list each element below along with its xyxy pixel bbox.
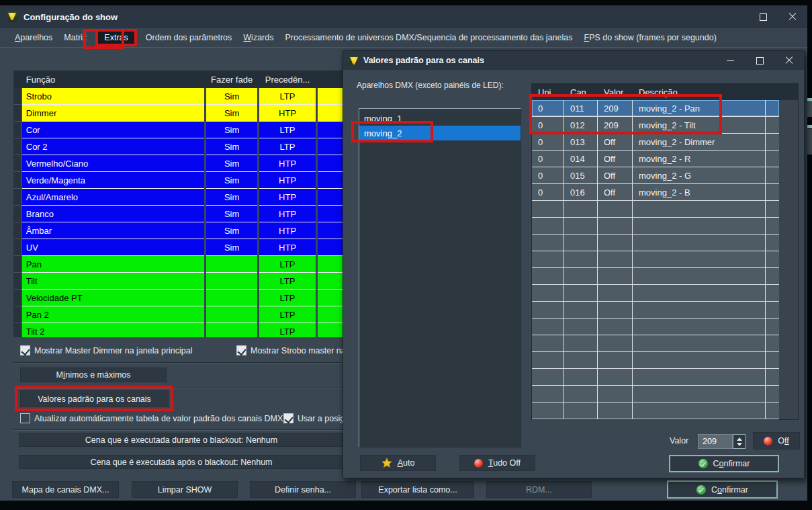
table-row[interactable]: Azul/AmareloSimHTP <box>14 189 344 206</box>
minimos-maximos-button[interactable]: Mínimos e máximos <box>20 368 167 382</box>
tab-ordem-parametros[interactable]: Ordem dos parâmetros <box>146 30 232 45</box>
table-row[interactable]: Verde/MagentaSimHTP <box>14 172 344 189</box>
channel-row-empty[interactable] <box>532 402 779 419</box>
table-row[interactable]: StroboSimLTP <box>14 88 344 105</box>
screen: Configuração do show Aparelhos Matriz Ex… <box>0 0 812 510</box>
dialog-confirmar-button[interactable]: Confirmar <box>669 455 779 472</box>
column-header-can[interactable]: Can <box>564 84 598 100</box>
checkbox-atualizar-automaticamente[interactable]: Atualizar automáticamente tabela de valo… <box>20 413 283 423</box>
valor-label: Valor <box>670 436 688 445</box>
channel-row-empty[interactable] <box>532 335 779 352</box>
channel-table-header[interactable]: Uni Can Valor Descrição <box>532 84 798 100</box>
list-item-moving-1[interactable]: moving_1 <box>359 111 521 126</box>
main-titlebar[interactable]: Configuração do show <box>0 5 807 28</box>
checkbox-icon <box>283 413 294 423</box>
devices-label: Aparelhos DMX (exceto painéis de LED): <box>357 81 504 90</box>
limpar-show-button[interactable]: Limpar SHOW <box>132 481 238 498</box>
divider <box>13 429 344 431</box>
rdm-button[interactable]: RDM... <box>486 481 592 498</box>
spinner-down-icon[interactable] <box>737 443 742 446</box>
exportar-lista-button[interactable]: Exportar lista como... <box>361 481 474 498</box>
checkbox-strobo-master[interactable]: Mostrar Strobo master na ja <box>236 345 355 355</box>
main-confirmar-button[interactable]: Confirmar <box>667 480 778 499</box>
channel-row[interactable]: 0011209moving_2 - Pan <box>532 100 779 117</box>
function-table: Função Fazer fade Precedên... StroboSimL… <box>13 71 344 337</box>
maximize-icon <box>756 57 764 65</box>
channel-row-empty[interactable] <box>532 386 779 402</box>
channel-row-empty[interactable] <box>532 218 779 235</box>
channel-row-empty[interactable] <box>532 302 779 318</box>
channel-table: Uni Can Valor Descrição 0011209moving_2 … <box>531 83 799 420</box>
channel-row-empty[interactable] <box>532 251 779 268</box>
column-header-precedencia[interactable]: Precedên... <box>259 71 316 88</box>
background-fragment <box>807 125 812 128</box>
valor-stepper[interactable] <box>733 434 746 449</box>
channel-row-empty[interactable] <box>532 201 779 218</box>
valor-input[interactable]: 209 <box>698 434 733 449</box>
channel-row-empty[interactable] <box>532 285 779 302</box>
app-icon <box>7 11 17 22</box>
table-row[interactable]: Pan 2LTP <box>14 306 344 323</box>
table-row[interactable]: Velocidade PTLTP <box>14 290 344 306</box>
channel-row[interactable]: 0013Offmoving_2 - Dimmer <box>532 134 779 151</box>
tab-matriz[interactable]: Matriz <box>64 30 87 45</box>
list-item-moving-2[interactable]: moving_2 <box>359 126 521 140</box>
table-row[interactable]: ÂmbarSimHTP <box>14 222 344 239</box>
dialog-maximize-button[interactable] <box>745 51 774 70</box>
star-icon <box>381 458 392 468</box>
channel-row-empty[interactable] <box>532 318 779 335</box>
definir-senha-button[interactable]: Definir senha... <box>250 481 356 498</box>
tab-extras[interactable]: Extras <box>95 29 136 46</box>
dialog-close-button[interactable] <box>774 51 804 70</box>
table-row[interactable]: TiltLTP <box>14 273 344 290</box>
table-row[interactable]: UVSimHTP <box>14 239 344 256</box>
close-icon <box>785 56 793 65</box>
channel-row[interactable]: 0012209moving_2 - Tilt <box>532 117 779 134</box>
checkbox-master-dimmer[interactable]: Mostrar Master Dimmer na janela principa… <box>20 345 193 355</box>
tab-aparelhos[interactable]: Aparelhos <box>15 30 52 45</box>
function-table-header[interactable]: Função Fazer fade Precedên... <box>14 71 344 88</box>
auto-button[interactable]: Auto <box>360 455 436 471</box>
off-button[interactable]: Off <box>753 432 800 450</box>
tab-fps[interactable]: FPS do show (frames por segundo) <box>584 30 716 45</box>
table-row[interactable]: BrancoSimHTP <box>14 206 344 222</box>
table-row[interactable]: DimmerSimHTP <box>14 105 344 122</box>
table-row[interactable]: CorSimLTP <box>14 122 344 138</box>
channel-row-empty[interactable] <box>532 268 779 285</box>
column-header-fazer-fade[interactable]: Fazer fade <box>206 71 257 88</box>
tab-processamento[interactable]: Processamento de universos DMX/Sequencia… <box>285 30 572 45</box>
dialog-title: Valores padrão para os canais <box>363 56 484 65</box>
column-header-valor[interactable]: Valor <box>598 84 633 100</box>
maximize-button[interactable] <box>748 5 778 28</box>
desktop-edge <box>0 0 812 5</box>
channel-row-empty[interactable] <box>532 352 779 369</box>
background-fragment <box>807 129 812 155</box>
column-header-uni[interactable]: Uni <box>532 84 564 100</box>
channel-row[interactable]: 0014Offmoving_2 - R <box>532 151 779 167</box>
table-row[interactable]: Vermelho/CianoSimHTP <box>14 155 344 172</box>
channel-row[interactable]: 0015Offmoving_2 - G <box>532 167 779 184</box>
cena-durante-blackout-button[interactable]: Cena que é executada durante o blackout:… <box>19 433 344 447</box>
table-row[interactable]: Tilt 2LTP <box>14 323 344 337</box>
channel-row[interactable]: 0016Offmoving_2 - B <box>532 184 779 201</box>
column-header-descricao[interactable]: Descrição <box>633 84 766 100</box>
desktop-edge <box>0 501 812 510</box>
column-header-funcao[interactable]: Função <box>22 71 204 88</box>
table-row[interactable]: Cor 2SimLTP <box>14 138 344 155</box>
channel-row-empty[interactable] <box>532 369 779 386</box>
mapa-canais-dmx-button[interactable]: Mapa de canais DMX... <box>12 481 119 498</box>
dialog-titlebar[interactable]: Valores padrão para os canais <box>343 51 804 70</box>
dialog-minimize-button[interactable] <box>715 51 745 70</box>
device-list[interactable]: moving_1 moving_2 <box>359 108 521 448</box>
close-button[interactable] <box>778 5 807 28</box>
dialog-valores-padrao: Valores padrão para os canais Aparelhos … <box>343 50 805 478</box>
spinner-up-icon[interactable] <box>737 437 742 441</box>
cena-apos-blackout-button[interactable]: Cena que é executada após o blackout: Ne… <box>19 455 344 469</box>
tab-wizards[interactable]: Wizards <box>243 30 273 45</box>
valores-padrao-button[interactable]: Valores padrão para os canais <box>20 390 169 407</box>
table-row[interactable]: PanLTP <box>14 256 344 273</box>
app-icon <box>349 56 358 65</box>
channel-row-empty[interactable] <box>532 235 779 251</box>
checkbox-usar-posicao[interactable]: Usar a posiçã <box>283 413 349 423</box>
tudo-off-button[interactable]: Tudo Off <box>459 455 535 471</box>
